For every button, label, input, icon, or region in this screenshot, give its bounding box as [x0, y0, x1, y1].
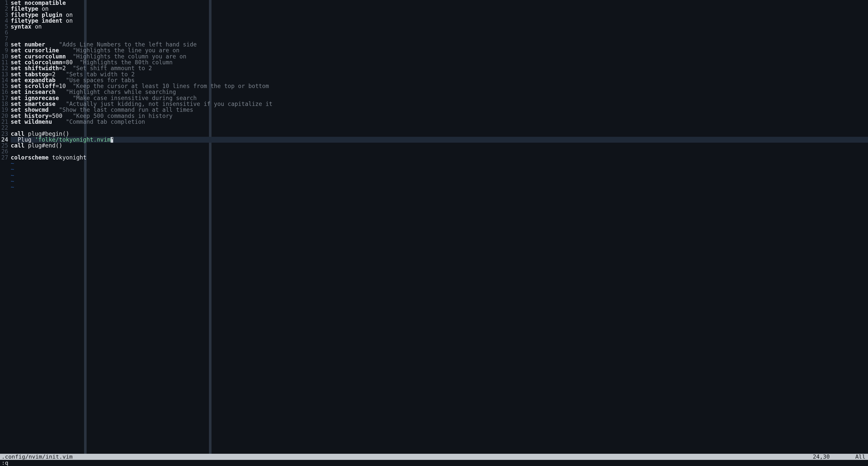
line-number: 7: [0, 36, 9, 42]
line-number: 3: [0, 12, 9, 18]
line-number: 1: [0, 0, 9, 6]
line-number: 18: [0, 101, 9, 107]
line-number: 10: [0, 54, 9, 60]
code-line[interactable]: set showcmd "Show the last command run a…: [11, 107, 868, 113]
code-line[interactable]: [11, 148, 868, 155]
line-number: 25: [0, 143, 9, 148]
line-number: 11: [0, 60, 9, 65]
line-number: 21: [0, 119, 9, 125]
command-line-text: :q: [2, 460, 8, 466]
editor-viewport[interactable]: 1234567891011121314151617181920212223242…: [0, 0, 868, 454]
code-line[interactable]: [11, 36, 868, 42]
line-number: 24: [0, 137, 9, 143]
code-line[interactable]: call plug#end(): [11, 143, 868, 148]
line-number: 5: [0, 24, 9, 30]
empty-line-tilde: ~: [11, 178, 868, 184]
code-line[interactable]: call plug#begin(): [11, 131, 868, 137]
line-number: 6: [0, 30, 9, 35]
empty-line-tilde: ~: [11, 161, 868, 166]
code-line[interactable]: set cursorcolumn "Highlights the column …: [11, 54, 868, 60]
line-number: 8: [0, 42, 9, 47]
code-line[interactable]: set smartcase "Actually just kidding, no…: [11, 101, 868, 107]
empty-line-tilde: ~: [11, 172, 868, 178]
code-line[interactable]: set ignorecase "Make case insensitive du…: [11, 95, 868, 101]
line-number: 17: [0, 95, 9, 101]
code-line[interactable]: set number "Adds Line Numbers to the lef…: [11, 42, 868, 47]
line-number: 2: [0, 6, 9, 12]
code-line[interactable]: filetype on: [11, 6, 868, 12]
line-number: 16: [0, 89, 9, 95]
line-number: 4: [0, 18, 9, 24]
code-line[interactable]: set scrolloff=10 "Keep the cursor at lea…: [11, 83, 868, 89]
cursor: ': [111, 137, 113, 143]
line-number: 12: [0, 65, 9, 71]
line-number: 20: [0, 113, 9, 119]
code-line[interactable]: Plug 'folke/tokyonight.nvim': [11, 137, 868, 143]
line-number: 14: [0, 77, 9, 83]
code-area[interactable]: set nocompatiblefiletype onfiletype plug…: [11, 0, 868, 190]
code-line[interactable]: filetype indent on: [11, 18, 868, 24]
code-line[interactable]: set cursorline "Highlights the line you …: [11, 47, 868, 53]
code-line[interactable]: set shiftwidth=2 "Set shift ammount to 2: [11, 65, 868, 71]
status-file-path: .config/nvim/init.vim: [2, 454, 813, 460]
line-number: 23: [0, 131, 9, 137]
code-line[interactable]: set colorcolumn=80 "Highlights the 80th …: [11, 60, 868, 65]
line-number: 9: [0, 47, 9, 53]
code-line[interactable]: filetype plugin on: [11, 12, 868, 18]
code-line[interactable]: set history=500 "Keep 500 commands in hi…: [11, 113, 868, 119]
line-number: 22: [0, 125, 9, 131]
code-line[interactable]: set incsearch "Highlight chars while sea…: [11, 89, 868, 95]
code-line[interactable]: set wildmenu "Command tab completion: [11, 119, 868, 125]
empty-line-tilde: ~: [11, 166, 868, 172]
code-line[interactable]: syntax on: [11, 24, 868, 30]
status-cursor-position: 24,30: [813, 454, 830, 460]
code-line[interactable]: [11, 125, 868, 131]
code-line[interactable]: [11, 30, 868, 35]
line-number: 27: [0, 155, 9, 161]
code-line[interactable]: colorscheme tokyonight: [11, 155, 868, 161]
line-number: 13: [0, 71, 9, 77]
line-number-gutter: 1234567891011121314151617181920212223242…: [0, 0, 9, 190]
status-scroll-percent: All: [855, 454, 865, 460]
command-line[interactable]: :q: [0, 460, 868, 466]
line-number: 15: [0, 83, 9, 89]
empty-line-tilde: ~: [11, 184, 868, 190]
line-number: 19: [0, 107, 9, 113]
code-line[interactable]: set tabstop=2 "Sets tab width to 2: [11, 71, 868, 77]
code-line[interactable]: set expandtab "Use spaces for tabs: [11, 77, 868, 83]
code-line[interactable]: set nocompatible: [11, 0, 868, 6]
status-bar: .config/nvim/init.vim 24,30 All: [0, 454, 868, 460]
line-number: 26: [0, 148, 9, 155]
